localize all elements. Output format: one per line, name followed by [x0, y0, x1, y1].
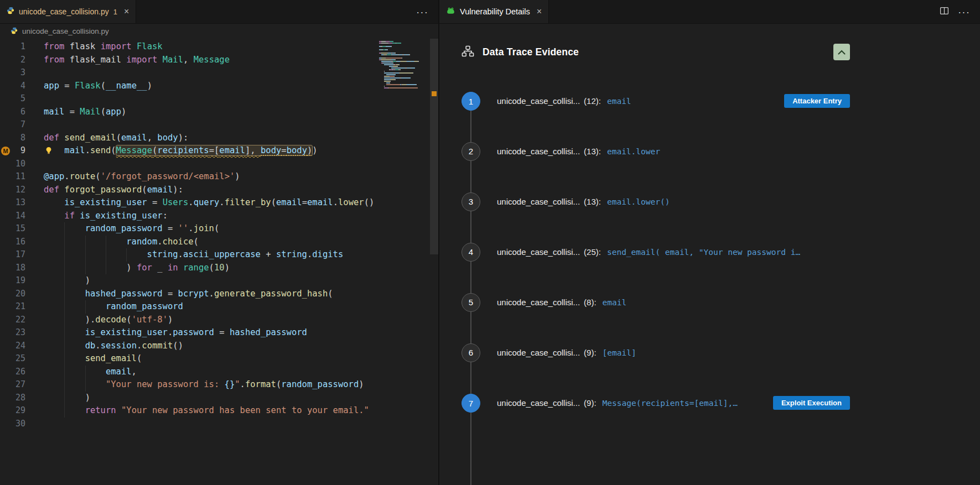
trace-file-name: unicode_case_collisi...	[497, 247, 580, 257]
collapse-button[interactable]	[833, 44, 850, 60]
code-line[interactable]: 25send_email(	[0, 352, 438, 366]
line-number: 17	[0, 248, 25, 262]
line-number: 2	[0, 54, 25, 67]
trace-code-snippet: email	[607, 97, 631, 106]
code-line[interactable]: 20hashed_password = bcrypt.generate_pass…	[0, 288, 438, 301]
tab-label: Vulnerability Details	[460, 7, 530, 16]
code-line[interactable]: 11@app.route('/forgot_password/<email>')	[0, 170, 438, 184]
code-line[interactable]: 10	[0, 158, 438, 171]
line-number: 21	[0, 300, 25, 314]
step-number: 6	[462, 343, 480, 362]
code-line[interactable]: 17string.ascii_uppercase + string.digits	[0, 248, 438, 262]
trace-step[interactable]: 3unicode_case_collisi...(13):email.lower…	[462, 176, 850, 227]
code-line[interactable]: 28)	[0, 392, 438, 405]
minimap[interactable]	[379, 41, 430, 91]
trace-code-snippet: email	[603, 298, 627, 307]
vulnerability-details-body: Data Trace Evidence 1unicode_case_collis…	[439, 24, 980, 485]
code-line[interactable]: 24db.session.commit()	[0, 340, 438, 353]
line-number: 30	[0, 418, 25, 431]
line-number: 16	[0, 236, 25, 249]
code-line[interactable]: 18) for _ in range(10)	[0, 262, 438, 275]
line-number: 24	[0, 340, 25, 353]
section-title: Data Trace Evidence	[483, 46, 579, 58]
vscode-window: unicode_case_collision.py 1 × ··· unicod…	[0, 0, 980, 485]
line-number: 7	[0, 118, 25, 132]
trace-step[interactable]: 1unicode_case_collisi...(12):emailAttack…	[462, 76, 850, 126]
code-line[interactable]: 13is_existing_user = Users.query.filter_…	[0, 196, 438, 210]
split-editor-icon[interactable]	[940, 6, 949, 18]
code-line[interactable]: 6mail = Mail(app)	[0, 106, 438, 119]
trace-step[interactable]: 7unicode_case_collisi...(9):Message(reci…	[462, 378, 850, 428]
code-line[interactable]: 5	[0, 92, 438, 106]
tab-close-icon[interactable]: ×	[124, 7, 129, 16]
vulnerability-panel-group: Vulnerability Details × ··· Data Trace E…	[438, 0, 980, 485]
editor-actions: ···	[406, 0, 438, 23]
trace-code-snippet: email.lower()	[607, 197, 670, 206]
code-line[interactable]: 21random_password	[0, 300, 438, 314]
trace-line-number: (9):	[584, 398, 597, 408]
tab-unicode-case-collision[interactable]: unicode_case_collision.py 1 ×	[0, 0, 136, 23]
line-number: 25	[0, 352, 25, 366]
code-editor[interactable]: 1from flask import Flask2from flask_mail…	[0, 39, 438, 485]
line-number: 5	[0, 92, 25, 106]
line-number: 6	[0, 106, 25, 119]
code-line[interactable]: 27"Your new password is: {}".format(rand…	[0, 378, 438, 392]
step-number: 4	[462, 243, 480, 262]
trace-step-location: unicode_case_collisi...(12):email	[497, 96, 631, 106]
code-line[interactable]: 1from flask import Flask	[0, 40, 438, 54]
jfrog-icon	[446, 6, 455, 18]
code-line[interactable]: 30	[0, 418, 438, 431]
tab-vulnerability-details[interactable]: Vulnerability Details ×	[439, 0, 549, 23]
editor-group: unicode_case_collision.py 1 × ··· unicod…	[0, 0, 438, 485]
code-line[interactable]: 2from flask_mail import Mail, Message	[0, 54, 438, 67]
code-line[interactable]: 16random.choice(	[0, 236, 438, 249]
breadcrumb-item-file[interactable]: unicode_case_collision.py	[22, 27, 109, 35]
more-actions-icon[interactable]: ···	[958, 7, 970, 17]
breadcrumb[interactable]: unicode_case_collision.py	[0, 24, 438, 39]
overview-ruler-marker	[432, 91, 437, 96]
code-line[interactable]: M9mail.send(Message(recipients=[email], …	[0, 144, 438, 158]
trace-code-snippet: Message(recipients=[email],…	[603, 399, 738, 408]
trace-step[interactable]: 2unicode_case_collisi...(13):email.lower	[462, 126, 850, 176]
code-line[interactable]: 19)	[0, 274, 438, 288]
editor-scrollbar[interactable]	[430, 39, 438, 485]
line-number: 27	[0, 378, 25, 392]
code-line[interactable]: 12def forgot_password(email):	[0, 184, 438, 197]
lightbulb-icon[interactable]	[44, 144, 64, 158]
trace-code-snippet: email.lower	[607, 147, 660, 156]
line-number: 3	[0, 66, 25, 80]
trace-file-name: unicode_case_collisi...	[497, 197, 580, 206]
line-number: 19	[0, 274, 25, 288]
line-number: 10	[0, 158, 25, 171]
trace-step[interactable]: 5unicode_case_collisi...(8):email	[462, 277, 850, 327]
code-line[interactable]: 3	[0, 66, 438, 80]
line-number: 4	[0, 80, 25, 93]
trace-step-location: unicode_case_collisi...(9):[email]	[497, 348, 636, 357]
more-actions-icon[interactable]: ···	[416, 7, 428, 17]
code-line[interactable]: 26email,	[0, 366, 438, 379]
trace-step-location: unicode_case_collisi...(8):email	[497, 298, 626, 307]
scrollbar-slider[interactable]	[430, 39, 438, 254]
line-number: 15	[0, 222, 25, 236]
severity-medium-icon[interactable]: M	[1, 147, 10, 155]
code-line[interactable]: 22).decode('utf-8')	[0, 314, 438, 327]
tab-close-icon[interactable]: ×	[537, 7, 542, 16]
line-number: 11	[0, 170, 25, 184]
data-trace-header: Data Trace Evidence	[462, 43, 850, 61]
code-line[interactable]: 29return "Your new password has been sen…	[0, 404, 438, 418]
trace-step[interactable]: 6unicode_case_collisi...(9):[email]	[462, 327, 850, 378]
trace-step[interactable]: 4unicode_case_collisi...(25):send_email(…	[462, 227, 850, 277]
tab-badge: 1	[113, 8, 117, 16]
line-number: 29	[0, 404, 25, 418]
code-line[interactable]: 14if is_existing_user:	[0, 210, 438, 223]
line-number: 26	[0, 366, 25, 379]
line-number: 22	[0, 314, 25, 327]
trace-line-number: (12):	[584, 96, 601, 106]
code-line[interactable]: 23is_existing_user.password = hashed_pas…	[0, 326, 438, 340]
code-line[interactable]: 15random_password = ''.join(	[0, 222, 438, 236]
step-number: 2	[462, 142, 480, 161]
code-line[interactable]: 7	[0, 118, 438, 132]
python-file-icon	[11, 27, 18, 36]
code-line[interactable]: 8def send_email(email, body):	[0, 132, 438, 145]
code-line[interactable]: 4app = Flask(__name__)	[0, 80, 438, 93]
